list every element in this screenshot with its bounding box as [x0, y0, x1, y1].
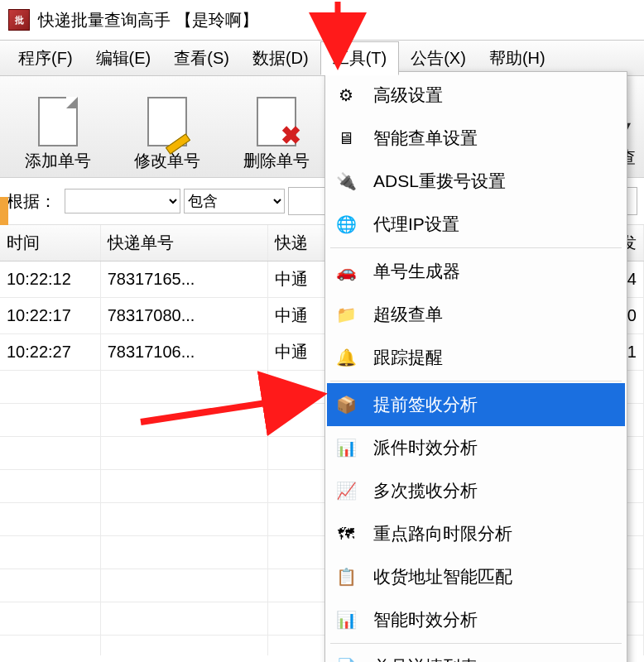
- menu-help[interactable]: 帮助(H): [478, 42, 557, 74]
- menu-tools[interactable]: 工具(T): [320, 41, 400, 75]
- tracking-detail-list-icon: 📄: [334, 655, 358, 662]
- menu-item-advanced-settings[interactable]: ⚙高级设置: [327, 74, 625, 117]
- add-tracking-label: 添加单号: [25, 150, 91, 172]
- file-add-icon: [35, 95, 81, 148]
- file-edit-icon: [144, 95, 190, 148]
- menu-edit[interactable]: 编辑(E): [84, 42, 163, 74]
- menu-item-multi-pickup-analysis[interactable]: 📈多次揽收分析: [327, 469, 625, 512]
- menu-item-smart-time-analysis[interactable]: 📊智能时效分析: [327, 598, 625, 641]
- cell-track: 78317165...: [100, 261, 267, 298]
- menu-item-label: 单号生成器: [373, 260, 460, 283]
- menu-item-label: 高级设置: [373, 84, 443, 107]
- advanced-settings-icon: ⚙: [334, 83, 358, 108]
- filter-root-label: 根据：: [7, 190, 56, 213]
- menu-item-label: 跟踪提醒: [373, 346, 443, 369]
- menu-item-label: ADSL重拨号设置: [373, 170, 506, 193]
- titlebar: 批 快递批量查询高手 【是玲啊】: [0, 0, 644, 40]
- menu-item-label: 智能时效分析: [373, 608, 478, 631]
- delete-tracking-button[interactable]: 删除单号: [222, 95, 331, 172]
- cell-time: 10:22:17: [0, 298, 100, 334]
- menu-item-label: 派件时效分析: [373, 436, 478, 459]
- multi-pickup-analysis-icon: 📈: [334, 478, 358, 503]
- proxy-ip-settings-icon: 🌐: [334, 212, 358, 237]
- col-time-header[interactable]: 时间: [0, 225, 100, 261]
- menu-item-route-time-analysis[interactable]: 🗺重点路向时限分析: [327, 512, 625, 555]
- super-query-icon: 📁: [334, 302, 358, 327]
- cell-time: 10:22:12: [0, 261, 100, 298]
- cell-track: 78317080...: [100, 298, 267, 334]
- menu-item-label: 智能查单设置: [373, 127, 478, 150]
- app-window: 批 快递批量查询高手 【是玲啊】 程序(F) 编辑(E) 查看(S) 数据(D)…: [0, 0, 644, 662]
- edit-tracking-button[interactable]: 修改单号: [113, 95, 222, 172]
- col-track-header[interactable]: 快递单号: [100, 225, 267, 261]
- tracking-generator-icon: 🚗: [334, 259, 358, 284]
- menu-notice[interactable]: 公告(X): [399, 42, 478, 74]
- menu-item-label: 单号详情列表: [373, 655, 478, 662]
- tools-dropdown: ⚙高级设置🖥智能查单设置🔌ADSL重拨号设置🌐代理IP设置🚗单号生成器📁超级查单…: [324, 71, 627, 662]
- menu-view[interactable]: 查看(S): [162, 42, 241, 74]
- delete-tracking-label: 删除单号: [243, 150, 310, 172]
- menu-item-label: 提前签收分析: [373, 393, 478, 416]
- menu-program[interactable]: 程序(F): [7, 42, 84, 74]
- adsl-redial-settings-icon: 🔌: [334, 169, 358, 194]
- smart-time-analysis-icon: 📊: [334, 607, 358, 632]
- menu-item-proxy-ip-settings[interactable]: 🌐代理IP设置: [327, 203, 625, 246]
- route-time-analysis-icon: 🗺: [334, 521, 358, 546]
- address-match-icon: 📋: [334, 564, 358, 589]
- smart-query-settings-icon: 🖥: [334, 126, 358, 151]
- menu-item-tracking-detail-list[interactable]: 📄单号详情列表: [327, 645, 625, 662]
- edit-tracking-label: 修改单号: [134, 150, 200, 172]
- menu-item-super-query[interactable]: 📁超级查单: [327, 293, 625, 336]
- menu-item-address-match[interactable]: 📋收货地址智能匹配: [327, 555, 625, 598]
- file-delete-icon: [253, 95, 300, 148]
- menu-item-tracking-generator[interactable]: 🚗单号生成器: [327, 250, 625, 293]
- col-company-header[interactable]: 快递: [267, 225, 326, 261]
- cell-company: 中通: [267, 261, 326, 298]
- menu-item-early-sign-analysis[interactable]: 📦提前签收分析: [327, 383, 625, 426]
- menu-item-adsl-redial-settings[interactable]: 🔌ADSL重拨号设置: [327, 160, 625, 203]
- menu-item-tracking-reminder[interactable]: 🔔跟踪提醒: [327, 336, 625, 379]
- menu-separator: [330, 381, 622, 381]
- menu-item-smart-query-settings[interactable]: 🖥智能查单设置: [327, 117, 625, 160]
- window-title: 快递批量查询高手 【是玲啊】: [38, 9, 258, 31]
- menu-item-delivery-time-analysis[interactable]: 📊派件时效分析: [327, 426, 625, 469]
- menu-separator: [330, 247, 622, 248]
- add-tracking-button[interactable]: 添加单号: [3, 95, 113, 172]
- menu-item-label: 重点路向时限分析: [373, 522, 512, 545]
- menu-item-label: 超级查单: [373, 303, 443, 326]
- menu-data[interactable]: 数据(D): [241, 42, 320, 74]
- cell-time: 10:22:27: [0, 334, 100, 371]
- app-icon: 批: [8, 9, 30, 31]
- delivery-time-analysis-icon: 📊: [334, 435, 358, 460]
- cell-track: 78317106...: [100, 334, 267, 371]
- early-sign-analysis-icon: 📦: [334, 392, 358, 417]
- tracking-reminder-icon: 🔔: [334, 345, 358, 370]
- filter-field-select[interactable]: [65, 189, 180, 213]
- filter-op-select[interactable]: 包含: [184, 189, 285, 213]
- cell-company: 中通: [267, 298, 326, 334]
- menu-item-label: 收货地址智能匹配: [373, 565, 512, 588]
- menu-separator: [330, 643, 622, 644]
- menu-item-label: 多次揽收分析: [373, 479, 478, 502]
- cell-company: 中通: [267, 334, 326, 371]
- menu-item-label: 代理IP设置: [373, 213, 459, 236]
